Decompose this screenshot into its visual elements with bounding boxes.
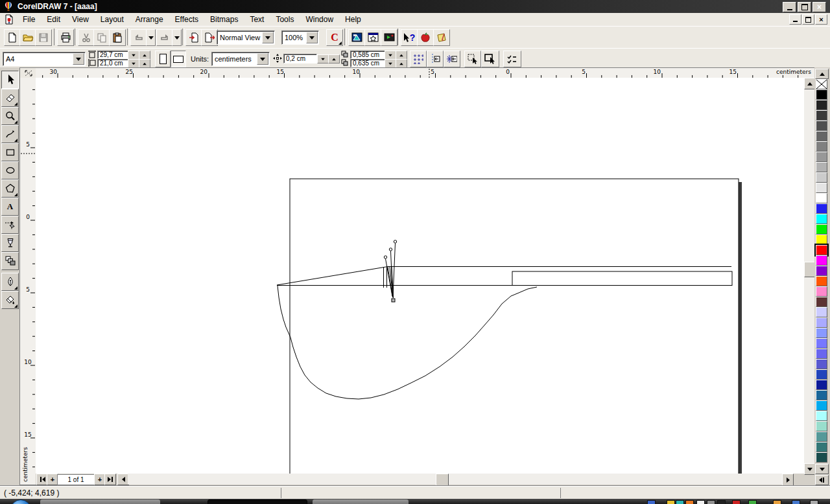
horizontal-scroll-thumb[interactable] — [436, 474, 449, 486]
scrapbook-button[interactable] — [348, 29, 365, 46]
tray-icon[interactable] — [732, 500, 741, 504]
close-button[interactable]: × — [812, 2, 826, 12]
color-swatch[interactable] — [816, 297, 827, 307]
duplicate-x-field[interactable]: 0,585 cm — [350, 51, 385, 59]
color-swatch[interactable] — [816, 442, 827, 452]
color-swatch[interactable] — [816, 214, 827, 224]
color-swatch[interactable] — [816, 421, 827, 431]
text-tool[interactable]: A — [1, 198, 19, 216]
color-swatch[interactable] — [816, 431, 827, 442]
menu-tools[interactable]: Tools — [270, 14, 300, 25]
color-swatch[interactable] — [816, 141, 827, 152]
treat-as-filled-button[interactable] — [464, 51, 481, 67]
undo-dropdown[interactable] — [146, 29, 156, 46]
nudge-field[interactable]: 0,2 cm — [283, 54, 317, 63]
drawing-canvas[interactable] — [36, 78, 804, 474]
color-swatch[interactable] — [816, 411, 827, 421]
paper-width-down[interactable] — [128, 51, 139, 60]
start-button[interactable] — [10, 499, 31, 504]
taskbar-button-active[interactable] — [208, 499, 307, 504]
vertical-ruler[interactable]: 5051015centimeters — [19, 78, 37, 485]
menu-edit[interactable]: Edit — [41, 14, 66, 25]
whats-this-button[interactable]: ? — [401, 29, 418, 46]
outline-tool[interactable] — [1, 273, 19, 291]
symbols-button[interactable]: C — [326, 29, 343, 46]
paper-type-combo[interactable]: A4 — [3, 52, 86, 66]
child-restore-button[interactable] — [802, 14, 814, 25]
vertical-scrollbar[interactable] — [804, 78, 814, 474]
fill-tool[interactable] — [1, 291, 19, 309]
pick-tool[interactable] — [1, 71, 19, 89]
units-combo[interactable]: centimeters — [211, 52, 270, 66]
color-swatch[interactable] — [816, 120, 827, 131]
paper-width-up[interactable] — [139, 51, 150, 60]
tray-icon[interactable] — [717, 500, 726, 504]
print-button[interactable] — [57, 29, 74, 46]
shape-tool[interactable] — [1, 89, 19, 107]
color-swatch[interactable] — [816, 359, 827, 369]
snap-to-objects-button[interactable] — [444, 51, 460, 67]
nudge-up[interactable] — [328, 54, 340, 63]
tray-icon[interactable] — [810, 500, 818, 504]
menu-arrange[interactable]: Arrange — [130, 14, 169, 25]
paper-height-up[interactable] — [139, 59, 150, 68]
interactive-blend-tool[interactable] — [1, 252, 19, 270]
child-minimize-button[interactable] — [789, 14, 801, 25]
palette-scroll-down[interactable] — [815, 464, 829, 474]
color-swatch[interactable] — [816, 255, 827, 266]
no-color-swatch[interactable] — [816, 79, 827, 89]
color-swatch[interactable] — [816, 328, 827, 338]
nudge-down[interactable] — [317, 54, 329, 63]
script-media-button[interactable] — [381, 29, 397, 46]
options-button[interactable] — [503, 51, 521, 67]
color-swatch[interactable] — [816, 131, 827, 141]
chevron-down-icon[interactable] — [262, 32, 274, 43]
polygon-tool[interactable] — [1, 179, 19, 198]
hints-button[interactable] — [433, 29, 450, 46]
paper-height-field[interactable]: 21,0 cm — [97, 59, 128, 67]
duplicate-x-down[interactable] — [385, 51, 396, 60]
undo-button[interactable] — [130, 29, 147, 46]
tray-icon[interactable] — [676, 500, 684, 504]
horizontal-scroll-track[interactable] — [128, 474, 792, 485]
minimize-button[interactable] — [783, 2, 796, 12]
tray-icon[interactable] — [685, 500, 694, 504]
import-button[interactable] — [185, 29, 202, 46]
color-swatch[interactable] — [816, 152, 827, 162]
copy-button[interactable] — [93, 29, 110, 46]
presets-button[interactable] — [364, 29, 381, 46]
chevron-down-icon[interactable] — [257, 53, 268, 65]
freehand-tool[interactable] — [1, 125, 19, 143]
rectangle-tool[interactable] — [1, 143, 19, 161]
color-swatch[interactable] — [816, 193, 827, 203]
menu-view[interactable]: View — [66, 14, 95, 25]
restore-button[interactable] — [798, 2, 811, 12]
save-button[interactable] — [35, 29, 52, 46]
paper-height-down[interactable] — [128, 59, 139, 68]
color-swatch[interactable] — [816, 203, 827, 214]
ellipse-tool[interactable] — [1, 161, 19, 179]
menu-window[interactable]: Window — [300, 14, 339, 25]
color-swatch[interactable] — [816, 349, 827, 359]
taskbar-button[interactable] — [40, 499, 160, 504]
chevron-down-icon[interactable] — [73, 53, 84, 65]
color-swatch[interactable] — [816, 286, 827, 297]
color-swatch[interactable] — [816, 307, 827, 317]
color-swatch[interactable] — [816, 452, 827, 463]
zoom-tool[interactable] — [1, 107, 19, 125]
paper-width-field[interactable]: 29,7 cm — [97, 51, 128, 59]
zoom-combo[interactable]: 100% — [281, 30, 319, 45]
duplicate-y-down[interactable] — [385, 59, 396, 68]
child-close-button[interactable]: × — [815, 14, 827, 25]
color-swatch[interactable] — [816, 380, 827, 390]
menu-help[interactable]: Help — [339, 14, 367, 25]
tray-icon[interactable] — [667, 500, 675, 504]
landscape-button[interactable] — [171, 51, 186, 67]
paste-button[interactable] — [109, 29, 126, 46]
menu-layout[interactable]: Layout — [95, 14, 130, 25]
tray-icon[interactable] — [696, 500, 705, 504]
duplicate-y-field[interactable]: 0,635 cm — [350, 59, 385, 67]
open-button[interactable] — [19, 29, 36, 46]
color-swatch[interactable] — [816, 400, 827, 411]
portrait-button[interactable] — [155, 51, 171, 67]
